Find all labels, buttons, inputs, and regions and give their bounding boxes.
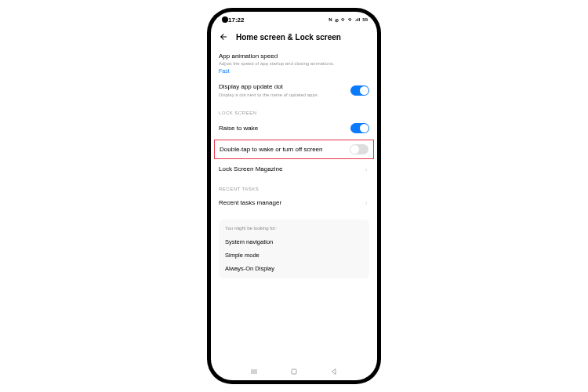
home-nav-button[interactable] bbox=[289, 367, 299, 376]
svg-rect-0 bbox=[292, 369, 296, 374]
back-arrow-icon bbox=[219, 32, 228, 42]
double-tap-toggle[interactable] bbox=[350, 144, 368, 154]
app-animation-speed-item[interactable]: App animation speed Adjust the speed of … bbox=[219, 48, 369, 78]
recent-tasks-manager-title: Recent tasks manager bbox=[219, 199, 281, 207]
page-title: Home screen & Lock screen bbox=[236, 33, 341, 42]
settings-content[interactable]: App animation speed Adjust the speed of … bbox=[211, 48, 377, 363]
menu-nav-button[interactable] bbox=[249, 367, 259, 376]
lock-screen-section-header: LOCK SCREEN bbox=[219, 103, 369, 118]
front-camera bbox=[222, 16, 228, 23]
update-dot-title: Display app update dot bbox=[219, 83, 344, 91]
screen: 17:22 N ⊘ ᯤ ᯤ .ıll 55 Home screen & Lock… bbox=[211, 12, 377, 380]
app-animation-desc: Adjust the speed of app startup and clos… bbox=[219, 61, 369, 67]
display-update-dot-item[interactable]: Display app update dot Display a dot nex… bbox=[219, 78, 369, 103]
status-icons: N ⊘ ᯤ ᯤ .ıll 55 bbox=[328, 17, 368, 23]
suggestion-system-navigation[interactable]: System navigation bbox=[225, 235, 363, 249]
back-button[interactable] bbox=[219, 32, 228, 42]
raise-to-wake-toggle[interactable] bbox=[350, 123, 369, 133]
suggestions-header: You might be looking for: bbox=[225, 226, 363, 230]
app-animation-title: App animation speed bbox=[219, 53, 369, 60]
lock-screen-magazine-title: Lock Screen Magazine bbox=[219, 165, 282, 173]
toggle-knob bbox=[350, 145, 359, 154]
toggle-knob bbox=[360, 86, 368, 95]
chevron-right-icon bbox=[363, 200, 369, 206]
update-dot-toggle[interactable] bbox=[350, 85, 369, 96]
raise-to-wake-item[interactable]: Raise to wake bbox=[219, 118, 369, 138]
wifi-icon: ᯤ bbox=[341, 17, 346, 22]
toggle-knob bbox=[360, 124, 368, 132]
battery-icon: 55 bbox=[362, 17, 368, 22]
app-animation-value: Fast bbox=[219, 68, 369, 74]
double-tap-title: Double-tap to wake or turn off screen bbox=[220, 146, 322, 154]
suggestions-card: You might be looking for: System navigat… bbox=[219, 220, 369, 278]
nfc-icon: N bbox=[328, 17, 332, 22]
back-nav-button[interactable] bbox=[329, 367, 339, 376]
navigation-bar bbox=[211, 363, 377, 380]
phone-frame: 17:22 N ⊘ ᯤ ᯤ .ıll 55 Home screen & Lock… bbox=[207, 8, 381, 384]
chevron-right-icon bbox=[363, 167, 369, 173]
lock-screen-magazine-item[interactable]: Lock Screen Magazine bbox=[219, 161, 369, 178]
clock: 17:22 bbox=[228, 16, 244, 24]
page-header: Home screen & Lock screen bbox=[211, 27, 377, 48]
recent-tasks-section-header: RECENT TASKS bbox=[219, 179, 369, 194]
raise-to-wake-title: Raise to wake bbox=[219, 125, 258, 132]
suggestion-simple-mode[interactable]: Simple mode bbox=[225, 249, 363, 262]
signal-icon: ᯤ bbox=[348, 17, 353, 22]
recent-tasks-manager-item[interactable]: Recent tasks manager bbox=[219, 194, 369, 212]
dnd-icon: ⊘ bbox=[335, 17, 339, 23]
double-tap-item[interactable]: Double-tap to wake or turn off screen bbox=[214, 140, 374, 159]
suggestion-always-on-display[interactable]: Always-On Display bbox=[225, 262, 363, 275]
update-dot-desc: Display a dot next to the name of update… bbox=[219, 93, 344, 99]
signal-icon-2: .ıll bbox=[355, 17, 361, 22]
status-bar: 17:22 N ⊘ ᯤ ᯤ .ıll 55 bbox=[211, 12, 377, 27]
